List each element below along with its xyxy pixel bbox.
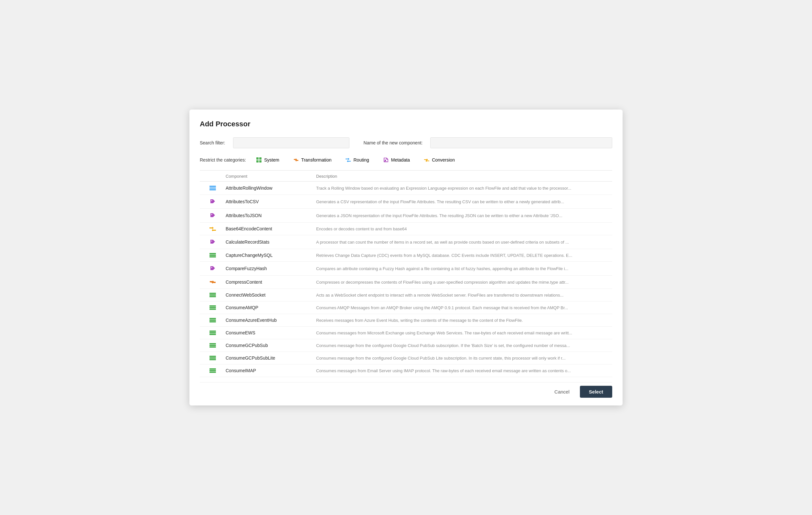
category-system-label: System — [264, 157, 279, 162]
category-routing[interactable]: Routing — [341, 155, 373, 164]
svg-rect-32 — [209, 359, 216, 360]
svg-rect-13 — [209, 256, 216, 258]
row-name: CompareFuzzyHash — [226, 266, 316, 271]
svg-rect-17 — [209, 296, 216, 297]
row-description: Generates a JSON representation of the i… — [316, 213, 612, 218]
table-row[interactable]: AttributeRollingWindow Track a Rolling W… — [200, 182, 612, 195]
svg-rect-21 — [209, 318, 216, 319]
processor-table: Component Description AttributeRollingWi… — [200, 170, 612, 377]
table-row[interactable]: Base64EncodeContent Encodes or decodes c… — [200, 222, 612, 235]
table-row[interactable]: ConsumeAzureEventHub Receives messages f… — [200, 314, 612, 327]
filter-row: Search filter: Name of the new component… — [200, 137, 612, 148]
row-description: Track a Rolling Window based on evaluati… — [316, 186, 612, 191]
svg-rect-7 — [209, 189, 216, 190]
row-description: Receives messages from Azure Event Hubs,… — [316, 318, 612, 323]
row-icon — [200, 212, 226, 219]
category-transformation[interactable]: Transformation — [289, 155, 336, 164]
col-header-icon — [200, 174, 226, 179]
row-name: Base64EncodeContent — [226, 226, 316, 231]
row-name: ConsumeAMQP — [226, 305, 316, 310]
row-description: Generates a CSV representation of the in… — [316, 199, 612, 204]
row-icon — [200, 368, 226, 373]
table-row[interactable]: ConsumeEWS Consumes messages from Micros… — [200, 327, 612, 339]
svg-rect-12 — [209, 254, 216, 256]
row-icon — [200, 343, 226, 348]
svg-point-9 — [211, 214, 212, 215]
table-row[interactable]: ConsumeGCPubSubLite Consumes message fro… — [200, 352, 612, 364]
col-header-description: Description — [316, 174, 612, 179]
svg-rect-15 — [209, 293, 216, 294]
svg-rect-29 — [209, 346, 216, 347]
svg-rect-25 — [209, 332, 216, 333]
row-name: AttributesToJSON — [226, 213, 316, 218]
row-icon — [200, 199, 226, 205]
row-icon — [200, 279, 226, 285]
table-row[interactable]: CaptureChangeMySQL Retrieves Change Data… — [200, 249, 612, 262]
row-description: Compresses or decompresses the contents … — [316, 280, 612, 285]
table-body: AttributeRollingWindow Track a Rolling W… — [200, 182, 612, 377]
table-row[interactable]: ConnectWebSocket Acts as a WebSocket cli… — [200, 289, 612, 301]
table-row[interactable]: AttributesToCSV Generates a CSV represen… — [200, 195, 612, 209]
svg-rect-18 — [209, 305, 216, 307]
svg-rect-23 — [209, 321, 216, 323]
svg-rect-11 — [209, 253, 216, 254]
row-description: Consumes messages from Microsoft Exchang… — [316, 331, 612, 335]
svg-rect-16 — [209, 294, 216, 296]
table-row[interactable]: CalculateRecordStats A processor that ca… — [200, 235, 612, 249]
add-processor-dialog: Add Processor Search filter: Name of the… — [190, 110, 622, 405]
table-header: Component Description — [200, 171, 612, 182]
svg-rect-2 — [256, 160, 259, 162]
table-row[interactable]: ConsumeIMAP Consumes messages from Email… — [200, 364, 612, 377]
row-description: Consumes message from the configured Goo… — [316, 356, 612, 361]
conversion-icon — [424, 157, 430, 163]
category-metadata[interactable]: Metadata — [379, 155, 414, 164]
row-description: Consumes AMQP Messages from an AMQP Brok… — [316, 305, 612, 310]
search-input[interactable] — [233, 137, 349, 148]
svg-rect-28 — [209, 345, 216, 346]
category-system[interactable]: System — [252, 155, 283, 164]
search-filter-label: Search filter: — [200, 140, 225, 145]
svg-rect-26 — [209, 334, 216, 335]
row-icon — [200, 317, 226, 323]
svg-rect-19 — [209, 307, 216, 308]
svg-point-4 — [385, 160, 386, 161]
categories-label: Restrict the categories: — [200, 157, 246, 162]
category-routing-label: Routing — [353, 157, 369, 162]
row-icon — [200, 293, 226, 298]
row-name: CalculateRecordStats — [226, 239, 316, 245]
metadata-icon — [383, 157, 389, 163]
row-icon — [200, 239, 226, 245]
svg-rect-5 — [209, 186, 216, 187]
svg-rect-0 — [256, 157, 259, 160]
row-name: ConsumeAzureEventHub — [226, 317, 316, 323]
table-row[interactable]: ConsumeGCPubSub Consumes message from th… — [200, 339, 612, 352]
component-name-input[interactable] — [430, 137, 612, 148]
category-conversion[interactable]: Conversion — [419, 155, 459, 164]
row-icon — [200, 253, 226, 258]
component-name-label: Name of the new component: — [364, 140, 423, 145]
row-description: Consumes messages from Email Server usin… — [316, 368, 612, 373]
row-icon — [200, 185, 226, 191]
svg-rect-3 — [259, 160, 262, 162]
row-name: AttributeRollingWindow — [226, 185, 316, 191]
dialog-title: Add Processor — [200, 120, 612, 128]
row-icon — [200, 305, 226, 310]
row-description: Compares an attribute containing a Fuzzy… — [316, 266, 612, 271]
table-row[interactable]: ConsumeAMQP Consumes AMQP Messages from … — [200, 301, 612, 314]
svg-rect-22 — [209, 320, 216, 321]
row-icon — [200, 355, 226, 361]
row-icon — [200, 265, 226, 272]
categories-row: Restrict the categories: System Transfor… — [200, 155, 612, 164]
footer: Cancel Select — [200, 382, 612, 398]
row-name: ConnectWebSocket — [226, 293, 316, 298]
cancel-button[interactable]: Cancel — [549, 386, 575, 397]
routing-icon — [345, 157, 351, 163]
svg-rect-31 — [209, 357, 216, 359]
table-row[interactable]: AttributesToJSON Generates a JSON repres… — [200, 209, 612, 222]
table-row[interactable]: CompressContent Compresses or decompress… — [200, 276, 612, 289]
row-name: CompressContent — [226, 279, 316, 285]
select-button[interactable]: Select — [580, 386, 612, 398]
table-row[interactable]: CompareFuzzyHash Compares an attribute c… — [200, 262, 612, 276]
svg-rect-33 — [209, 368, 216, 370]
row-description: Consumes message from the configured Goo… — [316, 343, 612, 348]
